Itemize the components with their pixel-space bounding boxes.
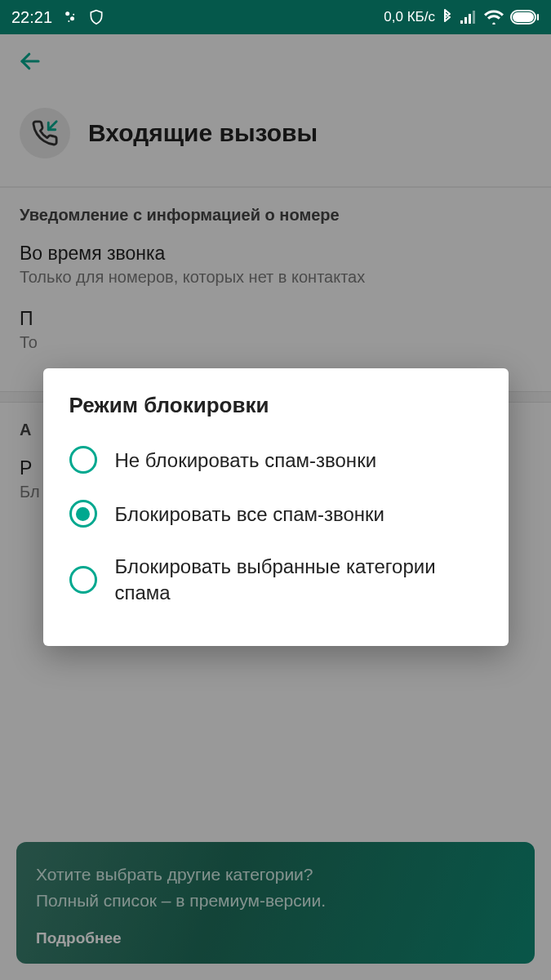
status-time: 22:21 — [11, 8, 52, 27]
footprint-icon — [62, 9, 78, 25]
data-rate: 0,0 КБ/с — [384, 9, 435, 25]
signal-icon — [460, 10, 478, 24]
option-label: Не блокировать спам-звонки — [115, 448, 377, 473]
dialog-title: Режим блокировки — [43, 393, 509, 433]
radio-icon — [69, 566, 97, 594]
svg-rect-5 — [464, 17, 467, 24]
svg-rect-10 — [513, 12, 534, 22]
option-label: Блокировать все спам-звонки — [115, 501, 385, 527]
status-bar: 22:21 0,0 КБ/с — [0, 0, 551, 34]
svg-rect-6 — [469, 14, 471, 24]
svg-rect-7 — [473, 11, 475, 24]
modal-overlay[interactable]: Режим блокировки Не блокировать спам-зво… — [0, 34, 551, 980]
svg-rect-4 — [460, 20, 463, 24]
svg-rect-9 — [537, 14, 539, 20]
wifi-icon — [484, 10, 504, 24]
option-block-selected[interactable]: Блокировать выбранные категории спама — [43, 541, 509, 617]
battery-icon — [510, 10, 540, 24]
radio-icon — [69, 446, 97, 474]
radio-icon-selected — [69, 500, 97, 528]
shield-icon — [88, 9, 104, 25]
option-block-all[interactable]: Блокировать все спам-звонки — [43, 487, 509, 541]
option-label: Блокировать выбранные категории спама — [115, 554, 482, 604]
bluetooth-icon — [442, 9, 453, 25]
option-no-block[interactable]: Не блокировать спам-звонки — [43, 433, 509, 487]
app-screen: Входящие вызовы Уведомление с информацие… — [0, 34, 551, 980]
svg-point-0 — [65, 11, 69, 16]
blocking-mode-dialog: Режим блокировки Не блокировать спам-зво… — [43, 368, 509, 645]
svg-point-2 — [68, 20, 69, 22]
svg-point-1 — [70, 16, 74, 20]
svg-point-3 — [73, 14, 74, 16]
